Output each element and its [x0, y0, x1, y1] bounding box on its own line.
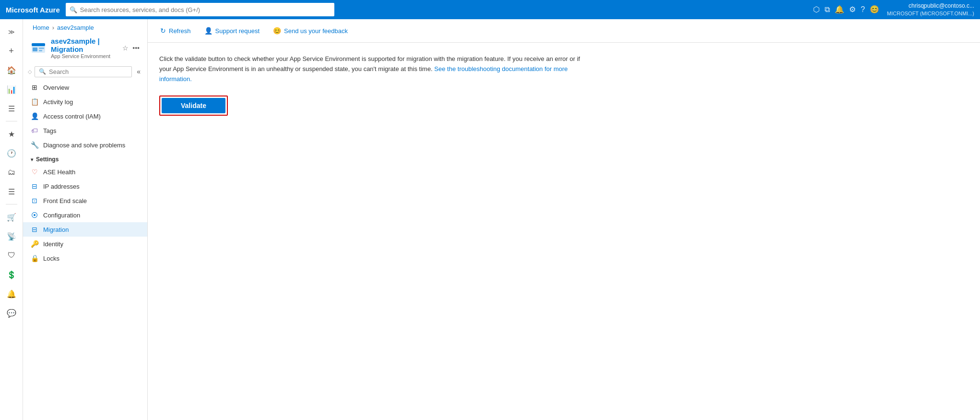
sidebar-search-box[interactable]: 🔍 — [35, 66, 132, 77]
sidebar-item-access-control-label: Access control (IAM) — [43, 113, 101, 120]
sidebar-item-activity-log-label: Activity log — [43, 98, 73, 106]
top-bar: Microsoft Azure 🔍 ⬡ ⧉ 🔔 ⚙ ? 😊 chrisqpubl… — [0, 0, 980, 19]
sidebar-item-diagnose[interactable]: 🔧 Diagnose and solve problems — [23, 138, 147, 152]
feedback-icon-toolbar: 😊 — [273, 27, 281, 35]
ase-health-icon: ♡ — [31, 168, 38, 176]
refresh-button[interactable]: ↻ Refresh — [157, 25, 194, 36]
global-search-box[interactable]: 🔍 — [66, 3, 334, 16]
sidebar-item-diagnose-label: Diagnose and solve problems — [43, 142, 125, 149]
resource-subtitle: App Service Environment — [51, 53, 118, 59]
tags-icon: 🏷 — [31, 127, 38, 134]
nav-expand-btn[interactable]: ≫ — [3, 23, 20, 40]
nav-separator-1 — [6, 121, 17, 121]
content-body: Click the validate button to check wheth… — [148, 43, 980, 127]
nav-resource-groups-btn[interactable]: 🗂 — [3, 164, 20, 181]
header-actions: ☆ ••• — [122, 44, 140, 52]
settings-section-label: Settings — [36, 156, 59, 163]
sidebar-item-activity-log[interactable]: 📋 Activity log — [23, 95, 147, 109]
resource-title: asev2sample | Migration — [51, 37, 118, 53]
svg-rect-4 — [39, 50, 42, 51]
access-control-icon: 👤 — [31, 112, 38, 120]
svg-rect-2 — [33, 48, 37, 51]
refresh-icon: ↻ — [160, 27, 166, 35]
validate-button[interactable]: Validate — [162, 98, 225, 113]
support-icon: 👤 — [204, 27, 213, 35]
nav-feedback-side-btn[interactable]: 💬 — [3, 304, 20, 322]
sidebar-search-input[interactable] — [49, 68, 128, 75]
nav-separator-2 — [6, 204, 17, 204]
sidebar-item-ase-health[interactable]: ♡ ASE Health — [23, 165, 147, 179]
identity-icon: 🔑 — [31, 240, 38, 248]
settings-chevron-icon: ▾ — [31, 157, 33, 162]
sidebar-item-locks-label: Locks — [43, 255, 59, 262]
user-profile[interactable]: chrisqpublic@contoso.c... MICROSOFT (MIC… — [887, 2, 974, 17]
more-btn[interactable]: ••• — [132, 44, 140, 52]
sidebar-item-migration[interactable]: ⊟ Migration — [23, 222, 147, 237]
validate-btn-wrapper: Validate — [159, 96, 228, 116]
sidebar-item-front-end-scale-label: Front End scale — [43, 197, 87, 204]
main-layout: ≫ + 🏠 📊 ☰ ★ 🕐 🗂 ☰ 🛒 📡 🛡 💲 🔔 💬 Home › ase… — [0, 19, 980, 420]
sidebar-item-access-control[interactable]: 👤 Access control (IAM) — [23, 109, 147, 123]
portal-settings-icon[interactable]: ⧉ — [825, 5, 830, 14]
sidebar-item-overview-label: Overview — [43, 84, 69, 91]
support-request-button[interactable]: 👤 Support request — [201, 25, 263, 36]
sidebar-item-ip-addresses[interactable]: ⊟ IP addresses — [23, 179, 147, 193]
nav-dashboard-btn[interactable]: 📊 — [3, 81, 20, 98]
resource-title-group: asev2sample | Migration App Service Envi… — [51, 37, 118, 59]
ip-addresses-icon: ⊟ — [31, 182, 38, 190]
cloud-shell-icon[interactable]: ⬡ — [813, 5, 820, 14]
top-bar-icons: ⬡ ⧉ 🔔 ⚙ ? 😊 chrisqpublic@contoso.c... MI… — [813, 2, 974, 17]
nav-recent-btn[interactable]: 🕐 — [3, 144, 20, 162]
nav-favorites-btn[interactable]: ★ — [3, 125, 20, 143]
global-search-input[interactable] — [80, 6, 331, 13]
sidebar-search-icon: 🔍 — [39, 68, 46, 75]
svg-rect-3 — [39, 48, 44, 49]
breadcrumb-home[interactable]: Home — [33, 24, 49, 31]
sidebar-item-ase-health-label: ASE Health — [43, 168, 75, 176]
sidebar-item-front-end-scale[interactable]: ⊡ Front End scale — [23, 193, 147, 208]
settings-section-header[interactable]: ▾ Settings — [23, 152, 147, 165]
favorite-btn[interactable]: ☆ — [122, 44, 129, 52]
sidebar-item-tags[interactable]: 🏷 Tags — [23, 123, 147, 138]
diagnose-icon: 🔧 — [31, 141, 38, 149]
sidebar-nav: ⊞ Overview 📋 Activity log 👤 Access contr… — [23, 80, 147, 420]
nav-notifications-side-btn[interactable]: 🔔 — [3, 285, 20, 302]
locks-icon: 🔒 — [31, 254, 38, 262]
nav-cost-btn[interactable]: 💲 — [3, 266, 20, 283]
notifications-icon[interactable]: 🔔 — [835, 5, 844, 14]
toolbar: ↻ Refresh 👤 Support request 😊 Send us yo… — [148, 19, 980, 43]
refresh-label: Refresh — [169, 27, 191, 35]
sidebar-item-identity[interactable]: 🔑 Identity — [23, 237, 147, 251]
content-area: Home › asev2sample asev2sample | Migrati… — [23, 19, 980, 420]
help-icon[interactable]: ? — [861, 5, 865, 14]
breadcrumb-sep: › — [52, 24, 54, 31]
nav-resources-btn[interactable]: ☰ — [3, 183, 20, 200]
nav-security-btn[interactable]: 🛡 — [3, 247, 20, 264]
configuration-icon: ⦿ — [31, 211, 38, 219]
sidebar-item-locks[interactable]: 🔒 Locks — [23, 251, 147, 265]
sidebar-diamond-icon: ◇ — [28, 69, 32, 75]
nav-monitor-btn[interactable]: 📡 — [3, 228, 20, 245]
support-label: Support request — [215, 27, 260, 35]
feedback-icon[interactable]: 😊 — [870, 5, 879, 14]
sidebar-search-row: ◇ 🔍 « — [23, 63, 147, 80]
nav-home-btn[interactable]: 🏠 — [3, 61, 20, 79]
sidebar-item-configuration-label: Configuration — [43, 212, 80, 219]
resource-header: asev2sample | Migration App Service Envi… — [23, 31, 147, 63]
sidebar-item-overview[interactable]: ⊞ Overview — [23, 80, 147, 95]
nav-all-services-btn[interactable]: ☰ — [3, 100, 20, 117]
settings-icon[interactable]: ⚙ — [849, 5, 856, 14]
breadcrumb-resource[interactable]: asev2sample — [57, 24, 94, 31]
sidebar-item-migration-label: Migration — [43, 226, 69, 233]
sidebar-item-ip-addresses-label: IP addresses — [43, 183, 80, 190]
sidebar-item-identity-label: Identity — [43, 240, 63, 248]
sidebar-collapse-btn[interactable]: « — [135, 66, 142, 77]
nav-marketplace-btn[interactable]: 🛒 — [3, 208, 20, 226]
activity-log-icon: 📋 — [31, 98, 38, 106]
overview-icon: ⊞ — [31, 84, 38, 91]
breadcrumb: Home › asev2sample — [23, 19, 147, 31]
sidebar-item-configuration[interactable]: ⦿ Configuration — [23, 208, 147, 222]
ase-icon-svg — [31, 40, 46, 56]
feedback-button[interactable]: 😊 Send us your feedback — [270, 25, 351, 36]
nav-create-btn[interactable]: + — [3, 42, 20, 60]
